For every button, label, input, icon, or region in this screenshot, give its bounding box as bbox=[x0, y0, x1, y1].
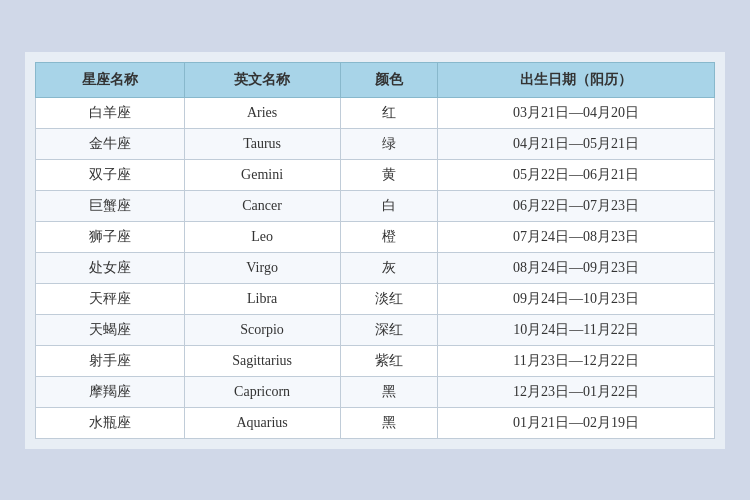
cell-color: 黄 bbox=[340, 159, 437, 190]
cell-chinese-name: 摩羯座 bbox=[36, 376, 185, 407]
cell-chinese-name: 天秤座 bbox=[36, 283, 185, 314]
cell-color: 白 bbox=[340, 190, 437, 221]
cell-chinese-name: 天蝎座 bbox=[36, 314, 185, 345]
table-row: 水瓶座Aquarius黑01月21日—02月19日 bbox=[36, 407, 715, 438]
cell-dates: 12月23日—01月22日 bbox=[437, 376, 714, 407]
cell-english-name: Sagittarius bbox=[184, 345, 340, 376]
cell-english-name: Libra bbox=[184, 283, 340, 314]
cell-english-name: Aries bbox=[184, 97, 340, 128]
cell-dates: 11月23日—12月22日 bbox=[437, 345, 714, 376]
cell-color: 灰 bbox=[340, 252, 437, 283]
cell-english-name: Capricorn bbox=[184, 376, 340, 407]
table-row: 狮子座Leo橙07月24日—08月23日 bbox=[36, 221, 715, 252]
zodiac-table: 星座名称 英文名称 颜色 出生日期（阳历） 白羊座Aries红03月21日—04… bbox=[35, 62, 715, 439]
table-header-row: 星座名称 英文名称 颜色 出生日期（阳历） bbox=[36, 62, 715, 97]
cell-chinese-name: 巨蟹座 bbox=[36, 190, 185, 221]
table-row: 双子座Gemini黄05月22日—06月21日 bbox=[36, 159, 715, 190]
cell-color: 绿 bbox=[340, 128, 437, 159]
cell-english-name: Gemini bbox=[184, 159, 340, 190]
cell-dates: 07月24日—08月23日 bbox=[437, 221, 714, 252]
header-color: 颜色 bbox=[340, 62, 437, 97]
table-row: 金牛座Taurus绿04月21日—05月21日 bbox=[36, 128, 715, 159]
table-row: 白羊座Aries红03月21日—04月20日 bbox=[36, 97, 715, 128]
cell-dates: 10月24日—11月22日 bbox=[437, 314, 714, 345]
header-english-name: 英文名称 bbox=[184, 62, 340, 97]
cell-color: 红 bbox=[340, 97, 437, 128]
header-chinese-name: 星座名称 bbox=[36, 62, 185, 97]
cell-english-name: Taurus bbox=[184, 128, 340, 159]
cell-english-name: Aquarius bbox=[184, 407, 340, 438]
cell-dates: 09月24日—10月23日 bbox=[437, 283, 714, 314]
table-row: 处女座Virgo灰08月24日—09月23日 bbox=[36, 252, 715, 283]
cell-chinese-name: 狮子座 bbox=[36, 221, 185, 252]
cell-dates: 05月22日—06月21日 bbox=[437, 159, 714, 190]
cell-chinese-name: 水瓶座 bbox=[36, 407, 185, 438]
cell-chinese-name: 射手座 bbox=[36, 345, 185, 376]
cell-dates: 01月21日—02月19日 bbox=[437, 407, 714, 438]
table-row: 射手座Sagittarius紫红11月23日—12月22日 bbox=[36, 345, 715, 376]
cell-color: 黑 bbox=[340, 376, 437, 407]
cell-color: 深红 bbox=[340, 314, 437, 345]
cell-chinese-name: 处女座 bbox=[36, 252, 185, 283]
table-row: 天秤座Libra淡红09月24日—10月23日 bbox=[36, 283, 715, 314]
cell-color: 橙 bbox=[340, 221, 437, 252]
header-dates: 出生日期（阳历） bbox=[437, 62, 714, 97]
cell-english-name: Scorpio bbox=[184, 314, 340, 345]
cell-dates: 04月21日—05月21日 bbox=[437, 128, 714, 159]
table-row: 巨蟹座Cancer白06月22日—07月23日 bbox=[36, 190, 715, 221]
cell-chinese-name: 金牛座 bbox=[36, 128, 185, 159]
cell-dates: 06月22日—07月23日 bbox=[437, 190, 714, 221]
cell-color: 紫红 bbox=[340, 345, 437, 376]
cell-dates: 08月24日—09月23日 bbox=[437, 252, 714, 283]
table-row: 摩羯座Capricorn黑12月23日—01月22日 bbox=[36, 376, 715, 407]
cell-dates: 03月21日—04月20日 bbox=[437, 97, 714, 128]
cell-english-name: Leo bbox=[184, 221, 340, 252]
cell-english-name: Cancer bbox=[184, 190, 340, 221]
cell-english-name: Virgo bbox=[184, 252, 340, 283]
cell-chinese-name: 双子座 bbox=[36, 159, 185, 190]
cell-color: 黑 bbox=[340, 407, 437, 438]
main-container: 星座名称 英文名称 颜色 出生日期（阳历） 白羊座Aries红03月21日—04… bbox=[25, 52, 725, 449]
cell-chinese-name: 白羊座 bbox=[36, 97, 185, 128]
table-row: 天蝎座Scorpio深红10月24日—11月22日 bbox=[36, 314, 715, 345]
cell-color: 淡红 bbox=[340, 283, 437, 314]
